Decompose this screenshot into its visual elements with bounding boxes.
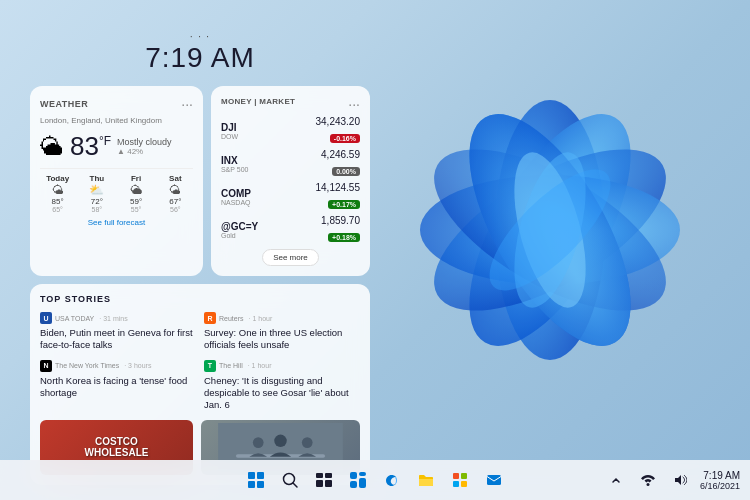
windows-logo <box>248 472 264 488</box>
clock-dots: · · · <box>30 30 370 42</box>
see-forecast-link[interactable]: See full forecast <box>40 218 193 227</box>
mail-button[interactable] <box>480 466 508 494</box>
system-tray <box>602 466 694 494</box>
svg-rect-27 <box>453 481 459 487</box>
market-label: MONEY | MARKET <box>221 97 295 106</box>
market-header: MONEY | MARKET ··· <box>221 96 360 112</box>
svg-rect-22 <box>359 472 366 476</box>
market-widget[interactable]: MONEY | MARKET ··· DJI DOW 34,243.20 -0.… <box>211 86 370 276</box>
market-row-inx[interactable]: INX S&P 500 4,246.59 0.00% <box>221 149 360 178</box>
weather-description: Mostly cloudy <box>117 137 172 147</box>
news-item-2[interactable]: R Reuters · 1 hour Survey: One in three … <box>204 312 360 352</box>
svg-point-14 <box>302 437 313 448</box>
forecast-today: Today 🌤 85° 65° <box>40 174 75 213</box>
file-explorer-button[interactable] <box>412 466 440 494</box>
svg-point-30 <box>646 483 649 486</box>
nyt-icon: N <box>40 360 52 372</box>
market-row-dji[interactable]: DJI DOW 34,243.20 -0.16% <box>221 116 360 145</box>
news-source-2: R Reuters · 1 hour <box>204 312 360 324</box>
taskbar-right: 7:19 AM 6/16/2021 <box>602 466 740 494</box>
svg-rect-19 <box>316 480 323 487</box>
weather-icon: 🌥 <box>40 133 64 161</box>
taskbar-time: 7:19 AM <box>700 470 740 481</box>
svg-rect-20 <box>325 480 332 487</box>
volume-icon[interactable] <box>666 466 694 494</box>
weather-header: WEATHER ··· <box>40 96 193 112</box>
tray-overflow-button[interactable] <box>602 466 630 494</box>
weather-widget[interactable]: WEATHER ··· London, England, United King… <box>30 86 203 276</box>
clock-display: 7:19 AM <box>30 42 370 74</box>
forecast-fri: Fri 🌥 59° 55° <box>118 174 153 213</box>
taskbar-clock[interactable]: 7:19 AM 6/16/2021 <box>700 470 740 491</box>
search-button[interactable] <box>276 466 304 494</box>
widget-panel: · · · 7:19 AM WEATHER ··· London, Englan… <box>30 30 370 485</box>
news-headline-1: Biden, Putin meet in Geneva for first fa… <box>40 327 196 352</box>
desktop: · · · 7:19 AM WEATHER ··· London, Englan… <box>0 0 750 500</box>
svg-point-13 <box>274 434 286 446</box>
market-more-button[interactable]: ··· <box>348 96 360 112</box>
svg-rect-28 <box>461 481 467 487</box>
dji-badge: -0.16% <box>330 134 360 143</box>
news-section: TOP STORIES U USA TODAY · 31 mins Biden,… <box>30 284 370 485</box>
inx-badge: 0.00% <box>332 167 360 176</box>
weather-label: WEATHER <box>40 99 88 109</box>
widgets-button[interactable] <box>344 466 372 494</box>
hill-icon: T <box>204 360 216 372</box>
news-item-1[interactable]: U USA TODAY · 31 mins Biden, Putin meet … <box>40 312 196 352</box>
news-item-3[interactable]: N The New York Times · 3 hours North Kor… <box>40 360 196 412</box>
weather-humidity: ▲ 42% <box>117 147 172 156</box>
costco-text: COSTCOWHOLESALE <box>85 436 149 458</box>
news-grid: U USA TODAY · 31 mins Biden, Putin meet … <box>40 312 360 412</box>
widgets-row: WEATHER ··· London, England, United King… <box>30 86 370 276</box>
news-headline-3: North Korea is facing a 'tense' food sho… <box>40 375 196 400</box>
forecast-sat: Sat 🌤 67° 56° <box>158 174 193 213</box>
start-button[interactable] <box>242 466 270 494</box>
weather-location: London, England, United Kingdom <box>40 116 193 125</box>
reuters-icon: R <box>204 312 216 324</box>
news-source-4: T The Hill · 1 hour <box>204 360 360 372</box>
forecast-thu: Thu ⛅ 72° 58° <box>79 174 114 213</box>
svg-line-16 <box>293 483 297 487</box>
network-icon[interactable] <box>634 466 662 494</box>
win11-wallpaper <box>380 20 720 440</box>
svg-rect-23 <box>359 478 366 488</box>
svg-rect-24 <box>350 481 357 488</box>
news-item-4[interactable]: T The Hill · 1 hour Cheney: 'It is disgu… <box>204 360 360 412</box>
market-row-gold[interactable]: @GC=Y Gold 1,859.70 +0.18% <box>221 215 360 244</box>
see-more-button[interactable]: See more <box>262 249 319 266</box>
store-button[interactable] <box>446 466 474 494</box>
news-source-1: U USA TODAY · 31 mins <box>40 312 196 324</box>
svg-rect-21 <box>350 472 357 479</box>
weather-main: 🌥 83°F Mostly cloudy ▲ 42% <box>40 131 193 162</box>
svg-rect-26 <box>461 473 467 479</box>
news-source-3: N The New York Times · 3 hours <box>40 360 196 372</box>
edge-button[interactable] <box>378 466 406 494</box>
taskbar-center <box>242 466 508 494</box>
market-row-comp[interactable]: COMP NASDAQ 14,124.55 +0.17% <box>221 182 360 211</box>
news-headline-4: Cheney: 'It is disgusting and despicable… <box>204 375 360 412</box>
taskbar-date: 6/16/2021 <box>700 481 740 491</box>
svg-rect-18 <box>325 473 332 478</box>
news-header: TOP STORIES <box>40 294 360 304</box>
svg-rect-25 <box>453 473 459 479</box>
svg-point-12 <box>253 437 264 448</box>
weather-temp: 83°F <box>70 131 111 162</box>
news-headline-2: Survey: One in three US election officia… <box>204 327 360 352</box>
taskbar: 7:19 AM 6/16/2021 <box>0 460 750 500</box>
comp-badge: +0.17% <box>328 200 360 209</box>
weather-more-button[interactable]: ··· <box>181 96 193 112</box>
weather-forecast: Today 🌤 85° 65° Thu ⛅ 72° 58° Fri 🌥 <box>40 168 193 213</box>
svg-rect-29 <box>487 475 501 485</box>
clock-area: · · · 7:19 AM <box>30 30 370 74</box>
svg-rect-17 <box>316 473 323 478</box>
task-view-button[interactable] <box>310 466 338 494</box>
gold-badge: +0.18% <box>328 233 360 242</box>
usa-today-icon: U <box>40 312 52 324</box>
